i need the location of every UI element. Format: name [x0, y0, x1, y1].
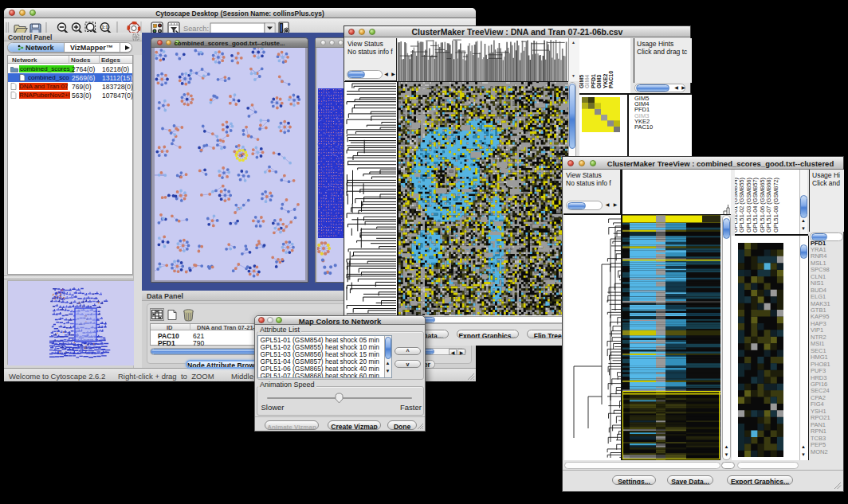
- svg-text:Search:: Search:: [183, 25, 209, 33]
- svg-text:1:1: 1:1: [102, 25, 108, 29]
